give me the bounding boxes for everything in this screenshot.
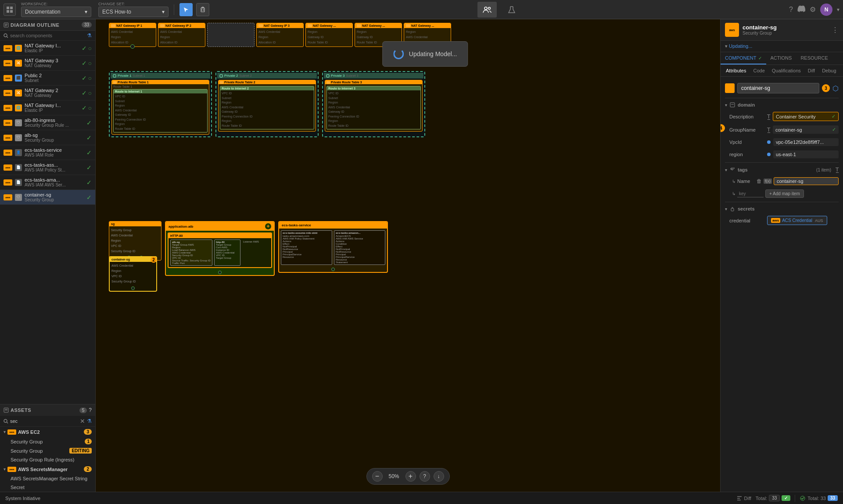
tab-actions[interactable]: ACTIONS [766,52,796,64]
check-icon[interactable]: ✓ [82,45,87,52]
asset-item[interactable]: Security Group Rule (Ingress) [0,455,95,464]
nat-gateway-1-node[interactable]: NAT Gateway IP 1 AWS Credential Region A… [109,23,156,47]
description-edit-icon[interactable]: T̲ [767,114,770,120]
check-icon[interactable]: ✓ [86,194,92,201]
check-icon[interactable]: ✓ [86,179,92,186]
subtab-debug[interactable]: Debug [820,67,838,75]
check-outline-icon[interactable]: ○ [88,104,92,111]
zoom-help-button[interactable]: ? [420,471,430,482]
changeset-select[interactable]: ECS How-to ▾ [98,7,169,17]
user-menu-chevron[interactable]: ▾ [837,7,839,13]
application-alb-node[interactable]: application-alb + HTTP-80 alb-sg Target … [165,221,275,276]
assets-help-icon[interactable]: ? [89,407,92,413]
avatar[interactable]: N [820,4,832,16]
tags-edit-icon[interactable]: T̲ [836,167,839,173]
domain-section-header[interactable]: ▾ domain [725,100,839,110]
zoom-out-button[interactable]: − [372,471,383,482]
list-item[interactable]: aws 📄 ecs-tasks-ama... AWS IAM AWS Ser..… [0,175,95,190]
asset-item[interactable]: Security Group EDITING [0,446,95,455]
diff-button[interactable]: Diff [736,496,751,501]
list-item[interactable]: aws 🛡 container-sg Security Group ✓ [0,190,95,205]
route-to-internet-2[interactable]: Route to Internet 2 VPC IDSubnetRegion A… [220,86,314,129]
private-2-subnet[interactable]: Private 2 Subnet 2 Private Route Table 2… [215,71,319,137]
add-icon[interactable]: + [265,223,271,229]
check-outline-icon[interactable]: ○ [88,89,92,97]
canvas-wrapper[interactable]: Updating Model... NAT Gateway IP 1 AWS C… [96,19,720,492]
private-route-table-1[interactable]: Private Route Table 1 Route Table 1 Rout… [111,80,209,135]
nat-gateway-3-node[interactable]: NAT Gateway IP 3 AWS Credential Region A… [256,23,304,47]
tab-component[interactable]: COMPONENT ✓ [721,52,766,64]
region-value[interactable]: us-east-1 [773,150,839,158]
list-item[interactable]: aws 🌐 NAT Gateway I... Elastic IP ✓ ○ [0,100,95,115]
secrets-section-header[interactable]: ▾ secrets [725,204,839,214]
list-item[interactable]: aws ⬛ Public 2 Subnet ✓ ○ [0,71,95,86]
asset-item[interactable]: AWS SecretsManager Secret String [0,474,95,483]
list-item[interactable]: aws 🔀 NAT Gateway 3 NAT Gateway ✓ ○ [0,56,95,71]
list-item[interactable]: aws 🔀 NAT Gateway 2 NAT Gateway ✓ ○ [0,86,95,100]
check-icon[interactable]: ✓ [86,134,92,141]
description-value[interactable]: Container Security ✓ [773,112,839,121]
add-map-item-button[interactable]: + Add map item [765,189,804,198]
delete-tool-button[interactable] [196,3,209,16]
subtab-attributes[interactable]: Attributes [724,67,748,75]
assets-group-secrets-header[interactable]: ▾ aws AWS SecretsManager 2 [0,464,95,474]
users-view-button[interactable] [477,2,497,18]
subtab-qualifications[interactable]: Qualifications [770,67,803,75]
check-icon[interactable]: ✓ [86,164,92,171]
tags-section-header[interactable]: ▾ tags (1 item) T̲ [725,164,839,175]
filter-icon[interactable]: ⚗ [87,32,92,39]
check-outline-icon[interactable]: ○ [88,60,92,67]
zoom-download-button[interactable]: ↓ [434,471,444,482]
subtab-code[interactable]: Code [751,67,766,75]
groupname-value[interactable]: container-sg ✓ [773,125,839,134]
list-item[interactable]: aws 🛡 alb-sg Security Group ✓ [0,130,95,145]
credential-value[interactable]: aws ACS Credential AUS [767,216,827,225]
tab-resource[interactable]: RESOURCE [796,52,832,64]
route-to-internet-3[interactable]: Route to Internet 3 VPC IDSubnetRegion A… [326,86,421,129]
subtab-diff[interactable]: Diff [806,67,817,75]
lab-view-button[interactable] [502,2,521,18]
assets-group-ec2-header[interactable]: ▾ aws AWS EC2 3 [0,427,95,437]
sg-node[interactable]: sg Security Group AWS Credential Region … [109,221,161,261]
workspace-select[interactable]: Documentation ▾ [21,7,91,17]
list-item[interactable]: aws 👤 ecs-tasks-service AWS IAM Role ✓ [0,145,95,160]
private-1-subnet[interactable]: Private 1 Subnet 1 Private Route Table 1… [109,71,212,137]
check-icon[interactable]: ✓ [82,75,87,82]
check-icon[interactable]: ✓ [82,104,87,111]
component-name-input[interactable]: container-sg [737,83,819,93]
container-sg-node[interactable]: container-sg AWS Credential Region VPC I… [109,256,157,292]
search-input[interactable] [10,33,85,38]
tag-fx-icon[interactable]: f(x) [764,179,772,184]
right-panel-more-button[interactable]: ⋮ [832,26,839,34]
discord-icon[interactable] [797,5,805,14]
nat-gateway-2-node[interactable]: NAT Gateway IP 2 AWS Credential Region A… [158,23,205,47]
list-item[interactable]: aws 📄 ecs-tasks-ass... AWS IAM Policy St… [0,160,95,175]
asset-item[interactable]: Secret [0,483,95,492]
private-3-subnet[interactable]: Private 3 Subnet 3 Private Route Table 3… [322,71,425,137]
canvas[interactable]: Updating Model... NAT Gateway IP 1 AWS C… [96,19,720,492]
vpcid-value[interactable]: vpc-05e12f2de8f9ff7... [773,138,839,146]
route-to-internet-1[interactable]: Route to Internet 1 VPC IDSubnetRegion A… [113,89,208,132]
zoom-in-button[interactable]: + [405,471,416,482]
check-outline-icon[interactable]: ○ [88,75,92,82]
component-color-swatch[interactable] [725,83,735,93]
tag-name-value[interactable]: container-sg [774,177,839,185]
list-item[interactable]: aws 🛡 alb-80-ingress Security Group Rule… [0,115,95,130]
check-icon[interactable]: ✓ [86,119,92,126]
private-route-table-2[interactable]: Private Route Table 2 Route to Internet … [218,80,316,132]
select-tool-button[interactable] [179,3,193,16]
cube-3d-icon[interactable]: ⬡ [832,84,839,93]
check-icon[interactable]: ✓ [82,60,87,67]
check-outline-icon[interactable]: ○ [88,45,92,52]
check-icon[interactable]: ✓ [82,89,87,97]
settings-icon[interactable]: ⚙ [810,5,816,14]
help-icon[interactable]: ? [789,6,793,14]
groupname-edit-icon[interactable]: T̲ [767,127,770,133]
tag-key-input[interactable] [737,190,764,197]
http-80-block[interactable]: HTTP-80 alb-sg Target Group AWSRegion Lo… [168,232,272,268]
private-route-table-3[interactable]: Private Route Table 3 Route to Internet … [325,80,423,132]
list-item[interactable]: aws 🌐 NAT Gateway I... Elastic IP ✓ ○ [0,41,95,56]
tag-delete-icon[interactable]: 🗑 [757,178,762,184]
nat-gateway-4-node[interactable]: NAT Gateway ... Region Gateway ID Route … [305,23,353,47]
assets-search-input[interactable]: sec [10,418,78,424]
